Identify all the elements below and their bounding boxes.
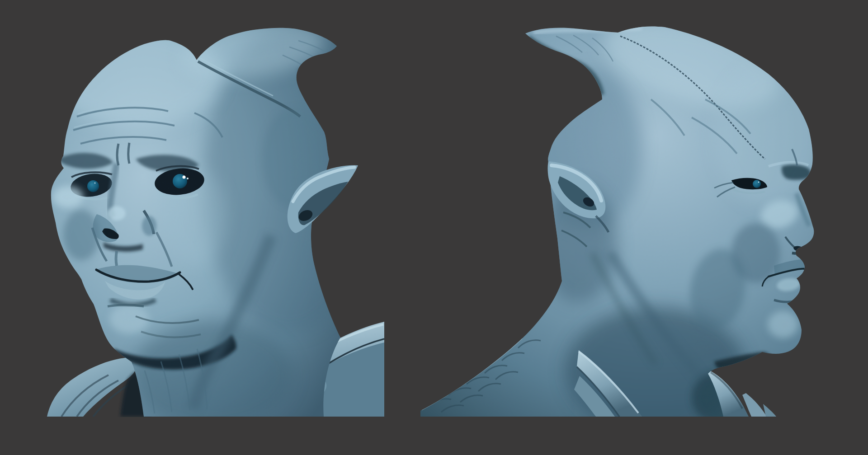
left-bust-svg — [0, 0, 384, 417]
left-bust — [0, 0, 384, 417]
left-view-render — [0, 0, 384, 417]
right-view-render — [420, 0, 818, 417]
right-bust — [420, 0, 818, 417]
right-bust-svg — [420, 0, 818, 417]
render-canvas — [0, 0, 868, 455]
